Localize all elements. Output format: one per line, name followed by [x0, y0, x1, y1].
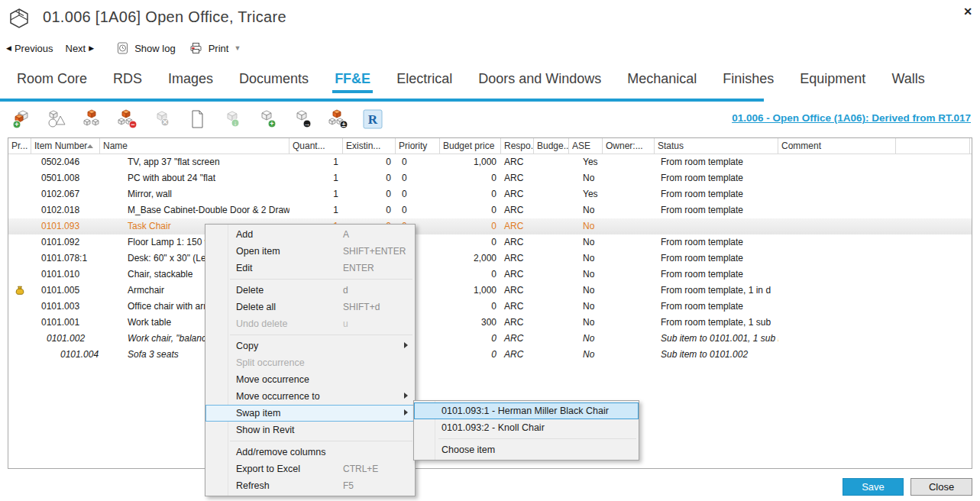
table-row[interactable]: 0101.093Task Chair1000ARCNo: [8, 218, 972, 234]
menu-item-label: Move occurrence: [236, 374, 309, 385]
column-header-filler[interactable]: [896, 138, 970, 154]
derived-from-link[interactable]: 01.006 - Open Office (1A06): Derived fro…: [732, 112, 971, 124]
menu-item-open-item[interactable]: Open itemSHIFT+ENTER: [205, 243, 415, 260]
menu-item-refresh[interactable]: RefreshF5: [205, 477, 415, 494]
tab-images[interactable]: Images: [168, 71, 213, 92]
menu-item-show-in-revit[interactable]: Show in Revit: [205, 422, 415, 438]
show-log-button[interactable]: Show log: [117, 42, 178, 54]
column-header-comment[interactable]: Comment: [778, 138, 896, 154]
column-header-quantity[interactable]: Quant...: [289, 138, 343, 154]
cell-item_number: 0101.093: [31, 218, 100, 234]
print-dropdown-caret-icon[interactable]: ▼: [234, 44, 241, 52]
tab-rds[interactable]: RDS: [113, 71, 142, 92]
menu-item-0101-093-1-herman-miller-black-chair[interactable]: 0101.093:1 - Herman Miller Black Chair: [414, 402, 639, 419]
add-occurrence-icon[interactable]: +: [11, 108, 31, 130]
cell-ase: No: [569, 250, 603, 267]
table-row[interactable]: 0101.004Sofa 3 seats0ARCNoSub item to 01…: [8, 347, 972, 363]
table-row[interactable]: 0101.078:1Desk: 60" x 30" (Lef2,000ARCNo…: [8, 250, 972, 267]
svg-text:±: ±: [342, 121, 346, 128]
menu-separator: [230, 335, 412, 335]
column-header-name[interactable]: Name: [100, 138, 289, 154]
cell-name: Mirror, wall: [100, 186, 289, 202]
column-header-responsible[interactable]: Respo...: [501, 138, 534, 154]
tab-doors-and-windows[interactable]: Doors and Windows: [478, 71, 601, 92]
menu-item-move-occurrence-to[interactable]: Move occurrence to: [205, 388, 415, 405]
menu-item-edit[interactable]: EditENTER: [205, 260, 415, 276]
cell-filler: [896, 331, 970, 347]
table-row[interactable]: 0101.003Office chair with arm0ARCNoFrom …: [8, 299, 972, 315]
move-item-icon[interactable]: →: [293, 108, 312, 130]
delete-item-icon: ✕: [152, 108, 172, 130]
insert-item-icon[interactable]: +: [257, 108, 277, 130]
log-clock-icon: [117, 42, 128, 54]
close-button[interactable]: Close: [910, 478, 972, 496]
delete-occurrence-icon[interactable]: −: [117, 108, 137, 130]
tab-finishes[interactable]: Finishes: [723, 71, 774, 92]
table-row[interactable]: 0102.018M_Base Cabinet-Double Door & 2 D…: [8, 202, 972, 218]
cell-existing: 0: [343, 202, 396, 218]
table-row[interactable]: 0501.008PC with about 24 "flat1000ARCNoF…: [8, 170, 972, 186]
column-header-pr[interactable]: Pr...: [8, 138, 31, 154]
table-row[interactable]: 0101.005Armchair1,000ARCNoFrom room temp…: [8, 283, 972, 299]
cell-comment: [778, 283, 896, 299]
swap-occurrences-icon[interactable]: ±: [328, 108, 348, 130]
column-header-ase[interactable]: ASE: [569, 138, 603, 154]
next-button[interactable]: Next ▶: [63, 43, 95, 54]
menu-item-add-remove-columns[interactable]: Add/remove columns: [205, 444, 415, 461]
cell-ase: No: [569, 347, 603, 363]
cell-filler: [896, 170, 970, 186]
cell-comment: [778, 331, 896, 347]
menu-item-label: Copy: [236, 341, 258, 351]
column-header-budget2[interactable]: Budge...: [534, 138, 569, 154]
print-button[interactable]: Print ▼: [189, 42, 241, 54]
column-header-item_number[interactable]: Item Number: [31, 138, 100, 154]
cell-responsible: ARC: [501, 202, 534, 218]
revit-link-icon[interactable]: R: [363, 108, 383, 130]
table-row[interactable]: 0101.001Work table300ARCNoFrom room temp…: [8, 315, 972, 331]
menu-item-copy[interactable]: Copy: [205, 338, 415, 354]
column-header-budget_price[interactable]: Budget price: [440, 138, 501, 154]
close-icon[interactable]: ✕: [960, 4, 975, 19]
cell-pr: [8, 186, 31, 202]
tab-ff-e[interactable]: FF&E: [335, 71, 370, 92]
menu-item-export-to-excel[interactable]: Export to ExcelCTRL+E: [205, 461, 415, 477]
table-row[interactable]: 0502.046TV, app 37 "flat screen1001,000A…: [8, 154, 972, 170]
tab-electrical[interactable]: Electrical: [396, 71, 452, 92]
column-header-existing[interactable]: Existin...: [343, 138, 396, 154]
column-header-priority[interactable]: Priority: [396, 138, 440, 154]
menu-item-add[interactable]: AddA: [205, 226, 415, 243]
column-header-status[interactable]: Status: [655, 138, 778, 154]
new-document-icon[interactable]: [187, 108, 207, 130]
table-row[interactable]: 0101.010Chair, stackable0ARCNoFrom room …: [8, 267, 972, 283]
menu-item-swap-item[interactable]: Swap item: [205, 405, 415, 422]
menu-item-delete[interactable]: Deleted: [205, 282, 415, 299]
menu-item-0101-093-2-knoll-chair[interactable]: 0101.093:2 - Knoll Chair: [414, 419, 639, 436]
table-row[interactable]: 0102.067Mirror, wall1000ARCYesFrom room …: [8, 186, 972, 202]
menu-item-choose-item[interactable]: Choose item: [414, 441, 639, 458]
cell-responsible: ARC: [501, 218, 534, 234]
tab-walls[interactable]: Walls: [891, 71, 924, 92]
menu-item-move-occurrence[interactable]: Move occurrence: [205, 371, 415, 388]
cell-status: From room template, 1 sub: [655, 315, 778, 331]
receive-occurrence-icon: ↓: [222, 108, 242, 130]
cell-pr: [8, 218, 31, 234]
menu-item-label: Refresh: [236, 480, 270, 491]
cell-responsible: ARC: [501, 154, 534, 170]
tab-room-core[interactable]: Room Core: [17, 71, 87, 92]
cell-pr: [8, 299, 31, 315]
tab-equipment[interactable]: Equipment: [800, 71, 865, 92]
column-header-owner[interactable]: Owner:...: [603, 138, 655, 154]
previous-button[interactable]: ◀ Previous: [6, 43, 57, 54]
save-button[interactable]: Save: [843, 478, 904, 496]
cell-filler: [896, 299, 970, 315]
nav-toolbar: ◀ Previous Next ▶ Show log Print ▼: [6, 40, 241, 57]
copy-occurrences-icon[interactable]: [82, 108, 102, 130]
tab-mechanical[interactable]: Mechanical: [627, 71, 697, 92]
table-row[interactable]: 0101.002Work chair, "balance"0ARCNoSub i…: [8, 331, 972, 347]
items-overview-icon[interactable]: [47, 108, 66, 130]
tab-documents[interactable]: Documents: [239, 71, 309, 92]
cell-comment: [778, 250, 896, 267]
cell-responsible: ARC: [501, 234, 534, 250]
menu-item-delete-all[interactable]: Delete allSHIFT+d: [205, 299, 415, 315]
table-row[interactable]: 0101.092Floor Lamp 1: 150 w0ARCNoFrom ro…: [8, 234, 972, 250]
